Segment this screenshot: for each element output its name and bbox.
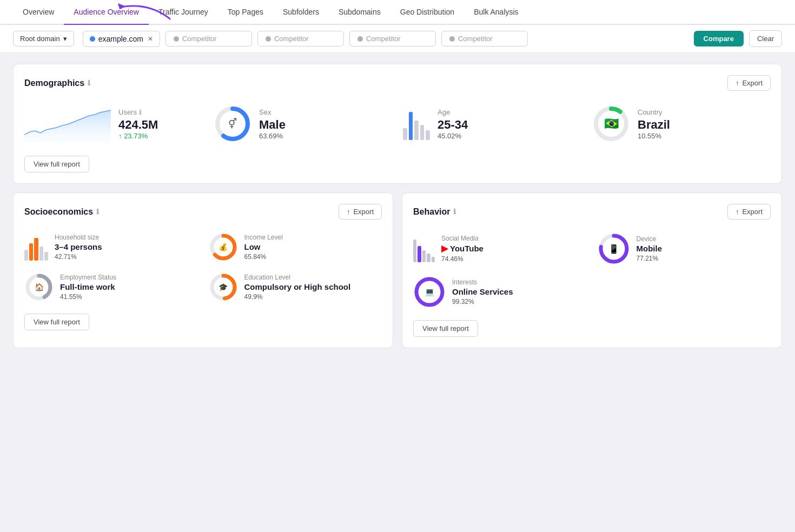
nav-item-audience-overview[interactable]: Audience Overview — [64, 0, 149, 25]
income-cell: 💰 Income Level Low 65.84% — [209, 232, 382, 262]
employment-info: Employment Status Full-time work 41.55% — [60, 274, 116, 301]
sm-bar-1 — [413, 240, 416, 262]
country-info: Country Brazil 10.55% — [638, 108, 670, 140]
socio-grid: Household size 3–4 persons 42.71% 💰 — [24, 228, 382, 306]
social-media-cell: Social Media ▶ YouTube 74.46% — [413, 232, 587, 265]
household-bars — [24, 234, 48, 261]
competitor-label-4: Competitor — [458, 35, 493, 43]
users-chart — [24, 105, 111, 143]
competitor-dot-4 — [449, 36, 455, 42]
hh-bar-5 — [44, 252, 48, 261]
users-cell: Users ℹ 424.5M 23.73% — [24, 105, 203, 143]
country-cell: 🇧🇷 Country Brazil 10.55% — [592, 105, 771, 143]
nav-item-subdomains[interactable]: Subdomains — [329, 0, 390, 25]
socioeconomics-view-report-button[interactable]: View full report — [24, 314, 89, 330]
sm-bar-5 — [432, 257, 435, 262]
competitor-dot-3 — [357, 36, 363, 42]
sm-bar-4 — [427, 254, 430, 262]
brazil-flag-icon: 🇧🇷 — [604, 117, 619, 131]
export-up-icon-3: ↑ — [736, 208, 739, 216]
domain-name: example.com — [98, 35, 143, 43]
device-info: Device Mobile 77.21% — [637, 235, 662, 262]
sm-bar-3 — [422, 250, 426, 262]
competitor-input-4[interactable]: Competitor — [441, 31, 528, 46]
gender-icon: ⚥ — [228, 118, 237, 130]
nav-item-bulk-analysis[interactable]: Bulk Analysis — [464, 0, 528, 25]
competitor-input-2[interactable]: Competitor — [257, 31, 344, 46]
nav-item-overview[interactable]: Overview — [13, 0, 64, 25]
demographics-view-report-button[interactable]: View full report — [24, 156, 89, 172]
education-icon: 🎓 — [218, 283, 228, 291]
nav-item-subfolders[interactable]: Subfolders — [273, 0, 329, 25]
age-bar-2 — [409, 112, 413, 140]
behavior-export-button[interactable]: ↑ Export — [727, 204, 771, 220]
income-info: Income Level Low 65.84% — [244, 234, 283, 261]
demographics-header: Demographics ℹ ↑ Export — [24, 75, 771, 91]
domain-chip: example.com ✕ — [83, 31, 160, 47]
household-info: Household size 3–4 persons 42.71% — [55, 234, 102, 261]
behavior-view-report-button[interactable]: View full report — [413, 320, 478, 337]
socioeconomics-header: Socioeconomics ℹ ↑ Export — [24, 204, 382, 220]
social-media-info: Social Media ▶ YouTube 74.46% — [441, 235, 483, 262]
employment-icon: 🏠 — [35, 283, 44, 291]
nav-item-traffic-journey[interactable]: Traffic Journey — [149, 0, 218, 25]
social-media-bars — [413, 235, 435, 262]
main-content: Demographics ℹ ↑ Export — [0, 53, 795, 359]
domain-close-icon[interactable]: ✕ — [148, 35, 153, 43]
competitor-dot-2 — [266, 36, 271, 42]
domain-dot — [90, 36, 95, 42]
income-donut: 💰 — [209, 232, 238, 262]
online-services-icon: 💻 — [425, 287, 435, 297]
interests-info: Interests Online Services 99.32% — [452, 278, 513, 305]
competitor-label-2: Competitor — [274, 35, 309, 43]
employment-cell: 🏠 Employment Status Full-time work 41.55… — [24, 272, 198, 302]
device-donut: 📱 — [598, 232, 630, 265]
hh-bar-1 — [24, 250, 28, 261]
behavior-title: Behavior ℹ — [413, 207, 456, 217]
export-up-icon: ↑ — [736, 79, 739, 87]
root-domain-label: Root domain — [20, 35, 60, 43]
age-info: Age 25-34 45.02% — [438, 108, 468, 140]
socioeconomics-card: Socioeconomics ℹ ↑ Export — [13, 192, 393, 348]
education-donut: 🎓 — [209, 272, 238, 302]
country-donut: 🇧🇷 — [592, 105, 630, 143]
competitor-input-1[interactable]: Competitor — [165, 31, 252, 46]
competitor-dot-1 — [174, 36, 179, 42]
demographics-title: Demographics ℹ — [24, 78, 90, 88]
demographics-info-icon[interactable]: ℹ — [88, 79, 90, 87]
age-bar-3 — [414, 121, 419, 140]
socioeconomics-info-icon[interactable]: ℹ — [96, 208, 99, 216]
mobile-icon: 📱 — [608, 244, 619, 254]
compare-button[interactable]: Compare — [694, 31, 744, 46]
hh-bar-4 — [39, 247, 43, 261]
behavior-grid: Social Media ▶ YouTube 74.46% — [413, 228, 771, 312]
hh-bar-3 — [34, 238, 38, 261]
users-info: Users ℹ 424.5M 23.73% — [118, 108, 158, 140]
root-domain-button[interactable]: Root domain ▾ — [13, 31, 74, 46]
users-info-icon[interactable]: ℹ — [139, 108, 142, 116]
behavior-card: Behavior ℹ ↑ Export — [402, 192, 782, 348]
youtube-logo-icon: ▶ — [441, 243, 448, 254]
age-cell: Age 25-34 45.02% — [403, 108, 581, 140]
nav-item-top-pages[interactable]: Top Pages — [218, 0, 273, 25]
competitor-input-3[interactable]: Competitor — [349, 31, 436, 46]
socioeconomics-title: Socioeconomics ℹ — [24, 207, 99, 217]
nav-item-geo-distribution[interactable]: Geo Distribution — [390, 0, 464, 25]
income-icon: 💰 — [218, 243, 228, 251]
age-bar-5 — [426, 130, 430, 140]
age-bars — [403, 108, 430, 140]
behavior-info-icon[interactable]: ℹ — [453, 208, 456, 216]
behavior-header: Behavior ℹ ↑ Export — [413, 204, 771, 220]
sex-donut: ⚥ — [214, 105, 251, 143]
sex-info: Sex Male 63.69% — [259, 108, 286, 140]
hh-bar-2 — [29, 243, 33, 261]
socioeconomics-export-button[interactable]: ↑ Export — [339, 204, 382, 220]
export-up-icon-2: ↑ — [347, 208, 350, 216]
education-info: Education Level Compulsory or High schoo… — [244, 274, 351, 301]
clear-button[interactable]: Clear — [749, 30, 782, 47]
demographics-export-button[interactable]: ↑ Export — [727, 75, 771, 91]
demographics-card: Demographics ℹ ↑ Export — [13, 64, 782, 184]
nav-bar: Overview Audience Overview Traffic Journ… — [0, 0, 795, 25]
competitor-label-3: Competitor — [366, 35, 401, 43]
chevron-down-icon: ▾ — [63, 35, 67, 43]
